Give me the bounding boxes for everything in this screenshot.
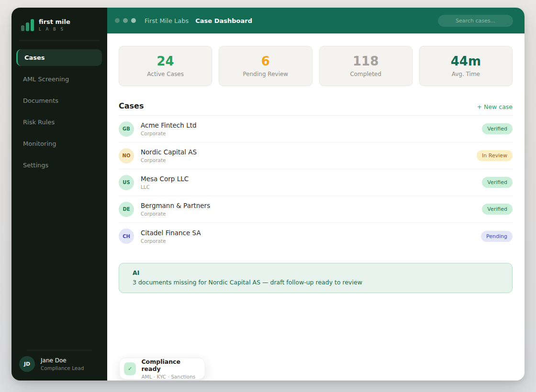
sidebar-nav-item-label: Cases <box>24 54 45 61</box>
stat-card: 118 Completed <box>319 46 413 86</box>
avatar: GB <box>119 121 134 137</box>
stat-card: 6 Pending Review <box>219 46 312 86</box>
table-row[interactable]: GB Acme Fintech Ltd Corporate Verified <box>119 116 513 142</box>
page-title: Case Dashboard <box>195 17 252 24</box>
search-input[interactable] <box>438 15 513 27</box>
window-dot-icon <box>131 18 136 23</box>
stat-label: Pending Review <box>243 71 289 77</box>
case-type: Corporate <box>141 238 201 244</box>
stat-card: 24 Active Cases <box>119 46 212 86</box>
sidebar-nav-item[interactable]: AML Screening <box>11 71 107 87</box>
avatar: US <box>119 175 134 190</box>
logo-subtitle: L A B S <box>39 27 70 32</box>
stat-card: 44m Avg. Time <box>419 46 513 86</box>
stat-label: Completed <box>350 71 381 77</box>
sidebar-nav-item[interactable]: Settings <box>11 157 107 174</box>
case-name: Mesa Corp LLC <box>141 175 189 183</box>
status-badge: Verified <box>482 123 513 134</box>
case-name: Nordic Capital AS <box>141 148 197 156</box>
sidebar-divider <box>19 40 100 41</box>
check-icon: ✓ <box>124 362 136 375</box>
new-case-button[interactable]: + New case <box>477 103 513 110</box>
stat-value: 6 <box>261 55 270 67</box>
case-list: GB Acme Fintech Ltd Corporate Verified N… <box>119 116 513 250</box>
stats-row: 24 Active Cases 6 Pending Review 118 Com… <box>119 46 513 86</box>
sidebar-nav-item[interactable]: Documents <box>11 92 107 109</box>
ai-banner-message: 3 documents missing for Nordic Capital A… <box>133 279 499 286</box>
stat-value: 24 <box>157 55 174 67</box>
sidebar-nav-item-label: Settings <box>23 162 48 169</box>
table-row[interactable]: CH Citadel Finance SA Corporate Pending <box>119 223 513 250</box>
user-divider <box>27 350 92 350</box>
sidebar-nav-item[interactable]: Monitoring <box>11 135 107 152</box>
avatar: NO <box>119 148 134 163</box>
ai-banner[interactable]: AI 3 documents missing for Nordic Capita… <box>119 263 513 293</box>
top-bar: First Mile Labs Case Dashboard <box>107 8 525 33</box>
table-row[interactable]: DE Bergmann & Partners Corporate Verifie… <box>119 196 513 223</box>
avatar: CH <box>119 229 134 244</box>
status-badge: In Review <box>477 150 513 161</box>
sidebar-nav: Cases AML Screening Documents Risk Rules… <box>11 49 107 174</box>
stat-value: 118 <box>353 55 379 67</box>
case-name: Acme Fintech Ltd <box>141 121 197 129</box>
app-window: first mile L A B S Cases AML Screening D… <box>11 8 525 381</box>
ai-banner-label: AI <box>133 269 499 276</box>
app-name: First Mile Labs <box>145 17 189 24</box>
status-badge: Pending <box>481 231 513 242</box>
table-row[interactable]: US Mesa Corp LLC LLC Verified <box>119 169 513 196</box>
user-name: Jane Doe <box>41 357 84 364</box>
sidebar-nav-item-label: Risk Rules <box>23 119 55 126</box>
table-row[interactable]: NO Nordic Capital AS Corporate In Review <box>119 142 513 169</box>
main-area: First Mile Labs Case Dashboard 24 Active… <box>107 8 525 381</box>
user-profile[interactable]: JD Jane Doe Compliance Lead <box>19 356 100 372</box>
case-name: Citadel Finance SA <box>141 229 201 237</box>
stat-value: 44m <box>451 55 481 67</box>
logo-title: first mile <box>39 18 70 26</box>
case-type: Corporate <box>141 211 210 217</box>
window-dot-icon <box>123 18 128 23</box>
bar-chart-logo-icon <box>21 19 34 31</box>
avatar: DE <box>119 202 134 217</box>
sidebar-nav-item[interactable]: Risk Rules <box>11 114 107 131</box>
window-control-dots <box>115 18 136 23</box>
sidebar-nav-item-label: Documents <box>23 97 58 104</box>
case-name: Bergmann & Partners <box>141 202 210 209</box>
avatar: JD <box>19 356 35 372</box>
cases-section-title: Cases <box>119 101 144 110</box>
compliance-title: Compliance ready <box>141 358 198 372</box>
compliance-subtitle: AML · KYC · Sanctions <box>141 374 198 380</box>
status-badge: Verified <box>482 177 513 188</box>
stat-label: Avg. Time <box>452 71 480 77</box>
sidebar-nav-item-label: AML Screening <box>23 76 69 83</box>
sidebar: first mile L A B S Cases AML Screening D… <box>11 8 107 381</box>
window-dot-icon <box>115 18 120 23</box>
sidebar-nav-item[interactable]: Cases <box>16 49 102 66</box>
compliance-card: ✓ Compliance ready AML · KYC · Sanctions <box>119 358 205 380</box>
case-type: Corporate <box>141 131 197 136</box>
user-block: JD Jane Doe Compliance Lead <box>11 343 107 381</box>
cases-section-head: Cases + New case <box>119 101 513 116</box>
status-badge: Verified <box>482 204 513 215</box>
sidebar-nav-item-label: Monitoring <box>23 140 56 147</box>
content: 24 Active Cases 6 Pending Review 118 Com… <box>107 33 525 381</box>
case-type: Corporate <box>141 157 197 163</box>
logo: first mile L A B S <box>11 8 107 40</box>
user-role: Compliance Lead <box>41 365 84 371</box>
stat-label: Active Cases <box>147 71 184 77</box>
case-type: LLC <box>141 184 189 190</box>
